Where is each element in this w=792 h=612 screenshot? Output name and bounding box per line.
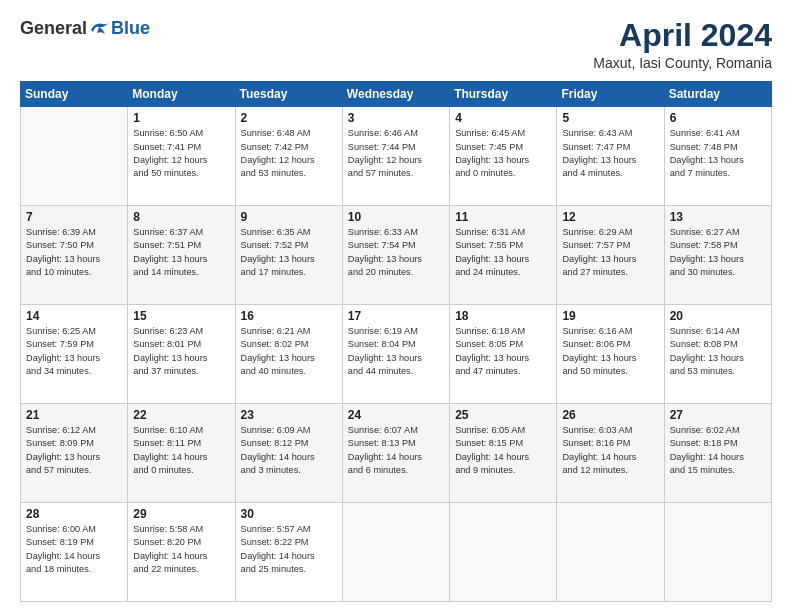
col-header-monday: Monday	[128, 82, 235, 107]
day-info: Sunrise: 6:19 AM Sunset: 8:04 PM Dayligh…	[348, 325, 444, 378]
day-number: 9	[241, 210, 337, 224]
day-number: 3	[348, 111, 444, 125]
day-info: Sunrise: 6:10 AM Sunset: 8:11 PM Dayligh…	[133, 424, 229, 477]
day-info: Sunrise: 6:50 AM Sunset: 7:41 PM Dayligh…	[133, 127, 229, 180]
day-number: 21	[26, 408, 122, 422]
day-number: 12	[562, 210, 658, 224]
calendar-cell: 14Sunrise: 6:25 AM Sunset: 7:59 PM Dayli…	[21, 305, 128, 404]
day-info: Sunrise: 6:23 AM Sunset: 8:01 PM Dayligh…	[133, 325, 229, 378]
calendar-cell: 9Sunrise: 6:35 AM Sunset: 7:52 PM Daylig…	[235, 206, 342, 305]
day-number: 23	[241, 408, 337, 422]
logo: General Blue	[20, 18, 150, 39]
day-info: Sunrise: 6:03 AM Sunset: 8:16 PM Dayligh…	[562, 424, 658, 477]
title-block: April 2024 Maxut, Iasi County, Romania	[593, 18, 772, 71]
col-header-wednesday: Wednesday	[342, 82, 449, 107]
day-number: 6	[670, 111, 766, 125]
col-header-saturday: Saturday	[664, 82, 771, 107]
day-number: 18	[455, 309, 551, 323]
calendar-cell	[450, 503, 557, 602]
day-number: 30	[241, 507, 337, 521]
day-number: 2	[241, 111, 337, 125]
day-number: 17	[348, 309, 444, 323]
calendar-cell	[664, 503, 771, 602]
calendar-cell: 23Sunrise: 6:09 AM Sunset: 8:12 PM Dayli…	[235, 404, 342, 503]
day-number: 28	[26, 507, 122, 521]
day-number: 26	[562, 408, 658, 422]
calendar-cell: 16Sunrise: 6:21 AM Sunset: 8:02 PM Dayli…	[235, 305, 342, 404]
calendar-cell: 21Sunrise: 6:12 AM Sunset: 8:09 PM Dayli…	[21, 404, 128, 503]
day-info: Sunrise: 6:00 AM Sunset: 8:19 PM Dayligh…	[26, 523, 122, 576]
day-number: 19	[562, 309, 658, 323]
calendar-cell: 12Sunrise: 6:29 AM Sunset: 7:57 PM Dayli…	[557, 206, 664, 305]
day-info: Sunrise: 6:41 AM Sunset: 7:48 PM Dayligh…	[670, 127, 766, 180]
calendar-cell: 22Sunrise: 6:10 AM Sunset: 8:11 PM Dayli…	[128, 404, 235, 503]
day-info: Sunrise: 6:35 AM Sunset: 7:52 PM Dayligh…	[241, 226, 337, 279]
day-info: Sunrise: 6:33 AM Sunset: 7:54 PM Dayligh…	[348, 226, 444, 279]
calendar-table: SundayMondayTuesdayWednesdayThursdayFrid…	[20, 81, 772, 602]
day-info: Sunrise: 6:45 AM Sunset: 7:45 PM Dayligh…	[455, 127, 551, 180]
day-info: Sunrise: 6:18 AM Sunset: 8:05 PM Dayligh…	[455, 325, 551, 378]
day-info: Sunrise: 6:29 AM Sunset: 7:57 PM Dayligh…	[562, 226, 658, 279]
day-number: 25	[455, 408, 551, 422]
calendar-cell: 18Sunrise: 6:18 AM Sunset: 8:05 PM Dayli…	[450, 305, 557, 404]
day-number: 8	[133, 210, 229, 224]
day-number: 16	[241, 309, 337, 323]
calendar-cell: 11Sunrise: 6:31 AM Sunset: 7:55 PM Dayli…	[450, 206, 557, 305]
calendar-cell: 1Sunrise: 6:50 AM Sunset: 7:41 PM Daylig…	[128, 107, 235, 206]
day-info: Sunrise: 6:27 AM Sunset: 7:58 PM Dayligh…	[670, 226, 766, 279]
day-number: 27	[670, 408, 766, 422]
day-info: Sunrise: 6:12 AM Sunset: 8:09 PM Dayligh…	[26, 424, 122, 477]
col-header-friday: Friday	[557, 82, 664, 107]
calendar-cell: 6Sunrise: 6:41 AM Sunset: 7:48 PM Daylig…	[664, 107, 771, 206]
month-title: April 2024	[593, 18, 772, 53]
calendar-cell: 25Sunrise: 6:05 AM Sunset: 8:15 PM Dayli…	[450, 404, 557, 503]
day-info: Sunrise: 6:05 AM Sunset: 8:15 PM Dayligh…	[455, 424, 551, 477]
day-number: 4	[455, 111, 551, 125]
day-info: Sunrise: 6:09 AM Sunset: 8:12 PM Dayligh…	[241, 424, 337, 477]
calendar-cell: 20Sunrise: 6:14 AM Sunset: 8:08 PM Dayli…	[664, 305, 771, 404]
day-number: 24	[348, 408, 444, 422]
calendar-cell: 3Sunrise: 6:46 AM Sunset: 7:44 PM Daylig…	[342, 107, 449, 206]
header: General Blue April 2024 Maxut, Iasi Coun…	[20, 18, 772, 71]
calendar-cell: 19Sunrise: 6:16 AM Sunset: 8:06 PM Dayli…	[557, 305, 664, 404]
calendar-cell: 27Sunrise: 6:02 AM Sunset: 8:18 PM Dayli…	[664, 404, 771, 503]
calendar-cell: 30Sunrise: 5:57 AM Sunset: 8:22 PM Dayli…	[235, 503, 342, 602]
calendar-cell: 7Sunrise: 6:39 AM Sunset: 7:50 PM Daylig…	[21, 206, 128, 305]
day-number: 13	[670, 210, 766, 224]
calendar-cell	[557, 503, 664, 602]
calendar-cell: 4Sunrise: 6:45 AM Sunset: 7:45 PM Daylig…	[450, 107, 557, 206]
logo-general: General	[20, 18, 87, 39]
day-number: 29	[133, 507, 229, 521]
calendar-cell: 8Sunrise: 6:37 AM Sunset: 7:51 PM Daylig…	[128, 206, 235, 305]
day-number: 11	[455, 210, 551, 224]
calendar-cell	[21, 107, 128, 206]
calendar-cell	[342, 503, 449, 602]
day-info: Sunrise: 6:21 AM Sunset: 8:02 PM Dayligh…	[241, 325, 337, 378]
location: Maxut, Iasi County, Romania	[593, 55, 772, 71]
calendar-cell: 15Sunrise: 6:23 AM Sunset: 8:01 PM Dayli…	[128, 305, 235, 404]
day-info: Sunrise: 6:02 AM Sunset: 8:18 PM Dayligh…	[670, 424, 766, 477]
day-info: Sunrise: 6:16 AM Sunset: 8:06 PM Dayligh…	[562, 325, 658, 378]
calendar-cell: 29Sunrise: 5:58 AM Sunset: 8:20 PM Dayli…	[128, 503, 235, 602]
calendar-cell: 5Sunrise: 6:43 AM Sunset: 7:47 PM Daylig…	[557, 107, 664, 206]
day-info: Sunrise: 6:37 AM Sunset: 7:51 PM Dayligh…	[133, 226, 229, 279]
day-number: 22	[133, 408, 229, 422]
calendar-cell: 10Sunrise: 6:33 AM Sunset: 7:54 PM Dayli…	[342, 206, 449, 305]
col-header-thursday: Thursday	[450, 82, 557, 107]
col-header-tuesday: Tuesday	[235, 82, 342, 107]
col-header-sunday: Sunday	[21, 82, 128, 107]
calendar-cell: 24Sunrise: 6:07 AM Sunset: 8:13 PM Dayli…	[342, 404, 449, 503]
calendar-cell: 28Sunrise: 6:00 AM Sunset: 8:19 PM Dayli…	[21, 503, 128, 602]
day-number: 10	[348, 210, 444, 224]
calendar-cell: 13Sunrise: 6:27 AM Sunset: 7:58 PM Dayli…	[664, 206, 771, 305]
day-info: Sunrise: 6:39 AM Sunset: 7:50 PM Dayligh…	[26, 226, 122, 279]
logo-bird-icon	[89, 20, 111, 38]
day-info: Sunrise: 6:14 AM Sunset: 8:08 PM Dayligh…	[670, 325, 766, 378]
day-number: 5	[562, 111, 658, 125]
day-info: Sunrise: 6:25 AM Sunset: 7:59 PM Dayligh…	[26, 325, 122, 378]
calendar-cell: 2Sunrise: 6:48 AM Sunset: 7:42 PM Daylig…	[235, 107, 342, 206]
day-info: Sunrise: 5:58 AM Sunset: 8:20 PM Dayligh…	[133, 523, 229, 576]
calendar-cell: 26Sunrise: 6:03 AM Sunset: 8:16 PM Dayli…	[557, 404, 664, 503]
day-number: 14	[26, 309, 122, 323]
day-info: Sunrise: 5:57 AM Sunset: 8:22 PM Dayligh…	[241, 523, 337, 576]
